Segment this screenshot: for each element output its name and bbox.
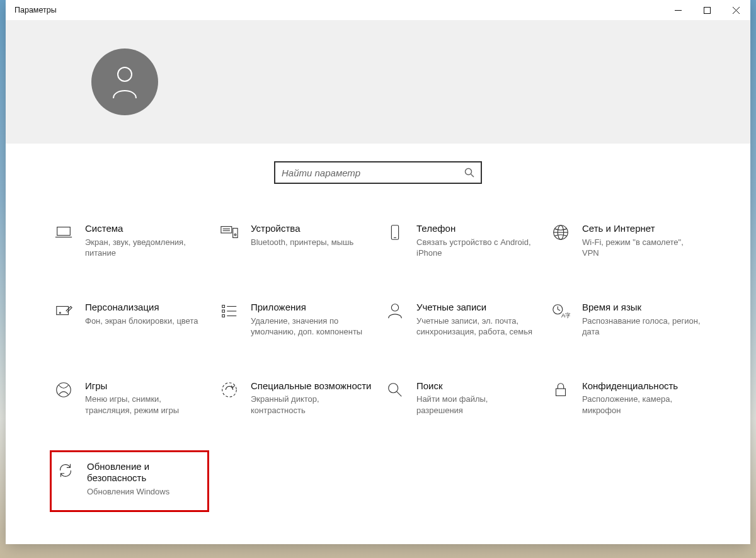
tile-system[interactable]: Система Экран, звук, уведомления, питани… [50,219,209,263]
close-button[interactable] [721,0,750,20]
svg-point-5 [466,169,472,175]
tile-title: Обновление и безопасность [87,461,205,485]
tile-title: Специальные возможности [251,380,372,392]
phone-icon [384,223,406,246]
svg-point-34 [389,383,398,392]
settings-grid: Система Экран, звук, уведомления, питани… [50,219,706,512]
window-controls [663,0,750,20]
svg-rect-36 [556,389,566,396]
tile-update-security[interactable]: Обновление и безопасность Обновления Win… [50,450,209,512]
person-icon [384,302,406,324]
globe-icon [549,223,572,246]
tile-time-language[interactable]: A字 Время и язык Распознавание голоса, ре… [547,298,706,341]
svg-point-13 [234,234,236,236]
svg-rect-9 [221,227,232,233]
svg-line-35 [397,392,402,397]
svg-point-27 [391,304,398,311]
settings-content: Система Экран, звук, уведомления, питани… [6,144,750,544]
tile-gaming[interactable]: Игры Меню игры, снимки, трансляция, режи… [50,377,209,420]
titlebar: Параметры [6,0,750,20]
window-title: Параметры [14,6,57,14]
tile-desc: Распознавание голоса, регион, дата [582,316,702,338]
lock-icon [549,380,572,403]
tile-devices[interactable]: Устройства Bluetooth, принтеры, мышь [215,219,375,263]
svg-text:A字: A字 [561,312,570,319]
tile-title: Время и язык [582,302,702,314]
account-header [6,20,750,144]
tile-title: Учетные записи [416,302,536,314]
tile-desc: Связать устройство с Android, iPhone [416,237,536,259]
tile-title: Сеть и Интернет [582,223,702,235]
tile-title: Устройства [251,223,353,235]
svg-point-20 [59,312,60,314]
tile-title: Система [85,223,205,235]
svg-rect-25 [222,314,225,317]
tile-desc: Bluetooth, принтеры, мышь [251,237,353,248]
xbox-icon [52,380,75,403]
search-input[interactable] [282,168,458,178]
tile-network[interactable]: Сеть и Интернет Wi-Fi, режим "в самолете… [547,219,706,263]
laptop-icon [52,223,75,246]
tile-desc: Экран, звук, уведомления, питание [85,237,205,259]
tile-desc: Обновления Windows [87,486,205,498]
svg-rect-12 [233,228,238,237]
tile-personalization[interactable]: Персонализация Фон, экран блокировки, цв… [50,298,209,341]
minimize-icon [675,7,682,14]
magnifier-icon [384,380,406,403]
tile-accessibility[interactable]: Специальные возможности Экранный диктор,… [215,377,375,420]
svg-line-30 [558,309,560,310]
tile-accounts[interactable]: Учетные записи Учетные записи, эл. почта… [381,298,541,341]
svg-rect-23 [222,310,225,312]
search-container [50,161,706,184]
search-icon [464,168,474,178]
svg-rect-1 [704,7,710,13]
tile-title: Телефон [416,223,536,235]
svg-rect-21 [222,305,225,307]
tile-title: Персонализация [85,302,198,314]
tile-desc: Удаление, значения по умолчанию, доп. ко… [251,316,370,338]
tile-title: Приложения [251,302,370,314]
close-icon [733,7,740,14]
time-language-icon: A字 [549,302,572,324]
minimize-button[interactable] [663,0,692,20]
tile-title: Конфиденциальность [582,380,702,392]
tile-desc: Меню игры, снимки, трансляция, режим игр… [85,394,205,416]
tile-phone[interactable]: Телефон Связать устройство с Android, iP… [381,219,541,263]
tile-desc: Фон, экран блокировки, цвета [85,316,198,327]
list-icon [218,302,241,324]
tile-desc: Найти мои файлы, разрешения [416,394,536,416]
tile-title: Игры [85,380,205,392]
tile-title: Поиск [416,380,536,392]
tile-desc: Экранный диктор, контрастность [251,394,370,416]
svg-point-4 [118,67,132,81]
settings-window: Параметры [6,0,750,544]
paint-icon [52,302,75,324]
maximize-button[interactable] [692,0,721,20]
accessibility-icon [218,380,241,403]
tile-desc: Учетные записи, эл. почта, синхронизация… [416,316,536,338]
svg-point-32 [57,382,71,397]
search-box[interactable] [274,161,482,184]
tile-privacy[interactable]: Конфиденциальность Расположение, камера,… [547,377,706,420]
tile-search[interactable]: Поиск Найти мои файлы, разрешения [381,377,541,420]
sync-icon [54,461,77,484]
tile-apps[interactable]: Приложения Удаление, значения по умолчан… [215,298,375,341]
tile-desc: Расположение, камера, микрофон [582,394,702,416]
svg-line-6 [471,174,474,178]
svg-point-33 [222,382,237,397]
maximize-icon [704,7,711,14]
keyboard-speaker-icon [218,223,241,246]
svg-rect-7 [57,227,71,236]
tile-desc: Wi-Fi, режим "в самолете", VPN [582,237,702,259]
user-icon [110,64,140,100]
user-avatar[interactable] [91,48,158,115]
